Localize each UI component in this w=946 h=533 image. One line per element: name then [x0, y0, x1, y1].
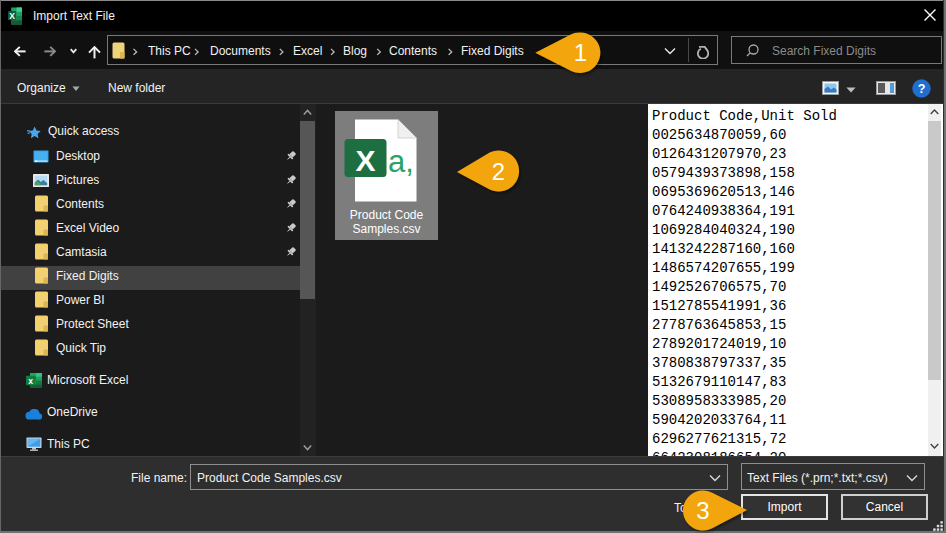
svg-text:X: X [355, 144, 375, 177]
svg-text:1: 1 [574, 39, 587, 66]
svg-text:3: 3 [696, 497, 709, 524]
svg-text:x: x [28, 376, 33, 386]
svg-text:2: 2 [492, 158, 505, 185]
svg-text:X: X [9, 11, 15, 21]
svg-text:?: ? [918, 82, 926, 96]
svg-text:a,: a, [388, 144, 414, 179]
